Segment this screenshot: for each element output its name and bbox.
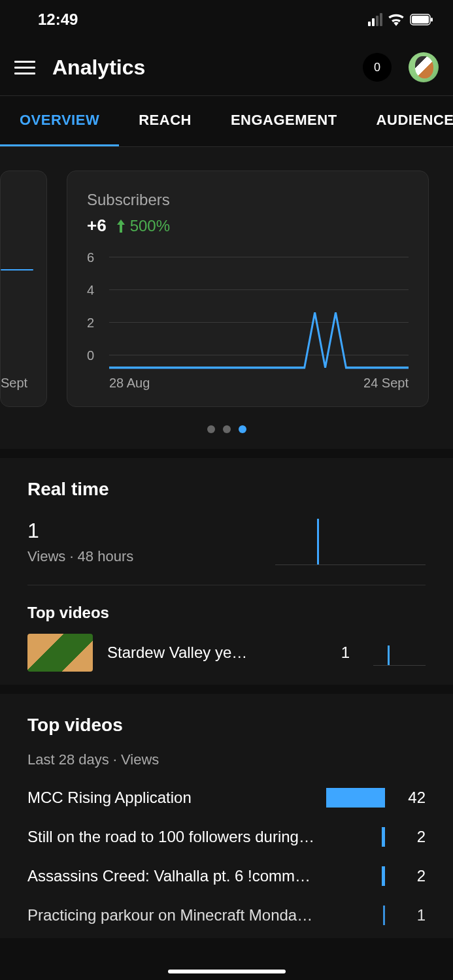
rank-value: 2 (397, 867, 426, 885)
arrow-up-icon (116, 220, 126, 233)
rank-row[interactable]: MCC Rising Application 42 (27, 788, 426, 808)
tab-audience[interactable]: AUDIENCE (357, 96, 453, 146)
status-icons (368, 13, 433, 26)
rank-title: Practicing parkour on Minecraft Monda… (27, 906, 314, 924)
card-delta: 500% (116, 217, 170, 235)
video-sparkline (373, 640, 426, 666)
metric-carousel[interactable]: Sept Subscribers +6 500% 6 4 2 0 28 Aug … (0, 147, 453, 416)
status-bar: 12:49 (0, 0, 453, 39)
svg-rect-1 (412, 16, 429, 24)
tab-engagement[interactable]: ENGAGEMENT (211, 96, 357, 146)
dot-0[interactable] (207, 425, 215, 433)
carousel-dots[interactable] (0, 416, 453, 449)
wifi-icon (388, 13, 405, 26)
realtime-sparkline (275, 515, 426, 565)
rank-row[interactable]: Assassins Creed: Valhalla pt. 6 !comm… 2 (27, 866, 426, 886)
top-videos-section: Top videos Last 28 days · Views MCC Risi… (0, 694, 453, 938)
subscribers-card[interactable]: Subscribers +6 500% 6 4 2 0 28 Aug 24 Se… (67, 171, 429, 407)
menu-icon[interactable] (14, 61, 35, 74)
realtime-value: 1 (27, 519, 133, 543)
y-tick: 2 (87, 316, 94, 331)
battery-icon (410, 14, 433, 25)
rank-bar (382, 827, 385, 847)
subscribers-chart: 6 4 2 0 (87, 252, 409, 369)
metric-card-prev[interactable]: Sept (0, 171, 47, 407)
tab-reach[interactable]: REACH (119, 96, 211, 146)
video-title: Stardew Valley ye… (107, 644, 309, 662)
top-videos-sub: Last 28 days · Views (27, 751, 426, 768)
tab-overview[interactable]: OVERVIEW (0, 96, 119, 146)
x-start: 28 Aug (109, 376, 150, 391)
dot-1[interactable] (223, 425, 231, 433)
y-tick: 6 (87, 250, 94, 265)
rank-value: 42 (397, 789, 426, 807)
rank-row[interactable]: Still on the road to 100 followers durin… (27, 827, 426, 847)
x-axis: 28 Aug 24 Sept (109, 376, 409, 391)
card-value: +6 (87, 216, 107, 236)
top-videos-heading: Top videos (27, 715, 426, 736)
page-title: Analytics (52, 56, 346, 80)
prev-card-x-end: Sept (1, 376, 27, 391)
realtime-top-heading: Top videos (27, 604, 426, 622)
rank-bar (382, 866, 385, 886)
rank-value: 2 (397, 828, 426, 846)
rank-bar (326, 788, 385, 808)
x-end: 24 Sept (363, 376, 409, 391)
status-time: 12:49 (38, 10, 78, 29)
rank-row[interactable]: Practicing parkour on Minecraft Monda… 1 (27, 906, 426, 925)
rank-value: 1 (397, 906, 426, 924)
realtime-video-row[interactable]: Stardew Valley ye… 1 (27, 634, 426, 672)
rank-title: MCC Rising Application (27, 789, 314, 807)
realtime-sub: Views · 48 hours (27, 548, 133, 565)
realtime-section: Real time 1 Views · 48 hours Top videos … (0, 458, 453, 685)
notification-badge[interactable]: 0 (363, 53, 392, 82)
video-views: 1 (324, 644, 350, 662)
y-tick: 4 (87, 283, 94, 298)
avatar[interactable] (409, 52, 439, 82)
cellular-icon (368, 13, 382, 26)
card-title: Subscribers (87, 191, 409, 209)
home-indicator[interactable] (168, 970, 286, 973)
rank-title: Still on the road to 100 followers durin… (27, 828, 314, 846)
rank-title: Assassins Creed: Valhalla pt. 6 !comm… (27, 867, 314, 885)
svg-rect-2 (431, 18, 433, 22)
rank-bar (383, 906, 385, 925)
app-header: Analytics 0 (0, 39, 453, 95)
realtime-heading: Real time (27, 479, 426, 500)
tabs: OVERVIEW REACH ENGAGEMENT AUDIENCE (0, 95, 453, 147)
video-thumbnail (27, 634, 93, 672)
dot-2[interactable] (239, 425, 246, 433)
line-chart (109, 252, 409, 369)
y-tick: 0 (87, 348, 94, 363)
